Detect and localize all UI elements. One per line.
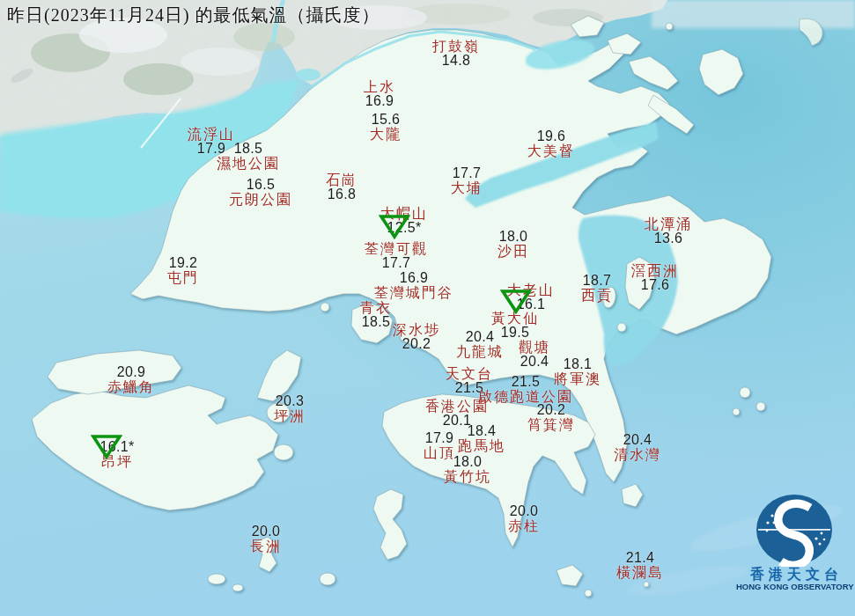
station-label: 21.4橫瀾島	[616, 551, 664, 580]
station-label: 18.0黃竹坑	[444, 455, 491, 484]
station-value: 14.8	[432, 54, 480, 68]
station-value: 19.2	[167, 256, 199, 270]
station-value: 18.0	[498, 230, 529, 244]
station-name: 青衣	[360, 300, 392, 315]
station-value: 20.4	[614, 433, 661, 447]
hko-logo: 香港天文台 HONG KONG OBSERVATORY	[736, 493, 852, 592]
station-label: 觀塘20.4	[519, 340, 550, 369]
station-name: 大帽山	[380, 206, 428, 221]
station-name: 昂坪	[100, 454, 135, 469]
station-name: 赤鱲角	[107, 379, 155, 394]
station-value: 20.4	[456, 330, 504, 344]
station-label: 16.9荃灣城門谷	[374, 271, 453, 300]
station-name: 黃竹坑	[444, 469, 491, 484]
station-value: 18.4	[458, 424, 505, 438]
station-name: 筲箕灣	[527, 417, 575, 432]
station-value: 17.9	[424, 431, 455, 445]
station-value: 18.0	[444, 455, 491, 469]
station-value: 18.1	[554, 357, 601, 371]
hko-logo-name-zh: 香港天文台	[741, 567, 852, 582]
station-label: 16.1*昂坪	[100, 440, 135, 469]
station-value: 17.6	[631, 278, 679, 292]
station-value: 20.2	[393, 337, 440, 351]
station-label: 20.0赤柱	[508, 504, 540, 533]
station-value: 16.8	[326, 187, 357, 202]
station-value: 16.5	[229, 178, 292, 192]
station-value: 20.3	[274, 394, 306, 408]
station-name: 北潭涌	[645, 216, 692, 231]
station-name: 滘西洲	[631, 263, 679, 278]
station-name: 大美督	[527, 143, 575, 158]
station-name: 荃灣可觀	[365, 241, 428, 256]
station-label: 18.5濕地公園	[217, 142, 280, 171]
station-value: 20.9	[107, 365, 155, 379]
station-name: 荃灣城門谷	[374, 285, 453, 300]
station-labels-layer: 打鼓嶺14.8上水16.915.6大隴流浮山17.918.5濕地公園16.5元朗…	[0, 0, 855, 616]
station-name: 觀塘	[519, 340, 550, 355]
station-label: 21.5啟德跑道公園	[478, 375, 573, 404]
station-value: 20.0	[508, 504, 540, 518]
station-name: 屯門	[167, 270, 199, 285]
station-name: 坪洲	[274, 408, 306, 423]
station-label: 19.2屯門	[167, 256, 199, 285]
station-value: 17.7	[365, 256, 428, 270]
station-name: 九龍城	[456, 344, 504, 359]
station-name: 濕地公園	[217, 156, 280, 171]
station-label: 石崗16.8	[326, 172, 357, 202]
station-label: 18.7西貢	[581, 274, 613, 303]
station-label: 大老山16.1	[507, 282, 555, 312]
station-value: 15.6	[370, 113, 402, 127]
station-label: 20.9赤鱲角	[107, 365, 155, 394]
station-name: 大老山	[507, 282, 555, 297]
station-value: 20.2	[527, 403, 575, 417]
station-name: 赤柱	[508, 518, 540, 533]
station-value: 21.4	[616, 551, 664, 565]
station-value: 17.7	[451, 166, 483, 180]
station-value: 21.5	[478, 375, 573, 389]
station-value: 20.4	[519, 355, 550, 369]
station-name: 長洲	[250, 539, 282, 554]
station-value: 19.6	[527, 129, 575, 143]
station-value: 16.9	[364, 94, 395, 108]
station-label: 青衣18.5	[360, 300, 392, 329]
station-value: 18.5	[360, 315, 392, 329]
hko-logo-name-en: HONG KONG OBSERVATORY	[736, 582, 852, 592]
station-value: 20.0	[250, 524, 282, 539]
station-label: 20.4九龍城	[456, 330, 504, 359]
station-value: 12.5*	[380, 221, 428, 235]
station-label: 20.0長洲	[250, 524, 282, 554]
station-label: 深水埗20.2	[393, 322, 440, 351]
station-name: 深水埗	[393, 322, 440, 337]
station-name: 西貢	[581, 288, 613, 303]
station-name: 香港公園	[425, 399, 489, 414]
station-label: 上水16.9	[364, 79, 395, 108]
station-label: 打鼓嶺14.8	[432, 39, 480, 68]
station-name: 流浮山	[188, 127, 235, 142]
station-label: 19.6大美督	[527, 129, 575, 158]
station-label: 20.4清水灣	[614, 433, 661, 462]
station-value: 13.6	[645, 231, 692, 246]
station-name: 大隴	[370, 127, 402, 142]
station-name: 元朗公園	[229, 192, 292, 207]
min-temperature-map: 昨日(2023年11月24日) 的最低氣溫（攝氏度） 打鼓嶺14.8上水16.9…	[0, 0, 855, 616]
station-name: 沙田	[498, 244, 529, 259]
station-label: 荃灣可觀17.7	[365, 241, 428, 270]
station-name: 黃大仙	[491, 311, 539, 326]
station-label: 18.0沙田	[498, 230, 529, 259]
station-name: 跑馬地	[458, 438, 505, 453]
station-label: 北潭涌13.6	[645, 216, 692, 246]
station-name: 清水灣	[614, 447, 661, 462]
hko-emblem-icon	[754, 493, 835, 567]
station-value: 18.7	[581, 274, 613, 288]
station-label: 16.5元朗公園	[229, 178, 292, 207]
station-label: 20.2筲箕灣	[527, 403, 575, 432]
station-label: 大帽山12.5*	[380, 206, 428, 235]
station-name: 橫瀾島	[616, 565, 664, 580]
station-name: 上水	[364, 79, 395, 94]
station-name: 大埔	[451, 180, 483, 195]
station-value: 18.5	[217, 142, 280, 156]
station-label: 18.4跑馬地	[458, 424, 505, 453]
station-value: 16.1*	[100, 440, 135, 454]
station-name: 打鼓嶺	[432, 39, 480, 54]
station-label: 滘西洲17.6	[631, 263, 679, 292]
